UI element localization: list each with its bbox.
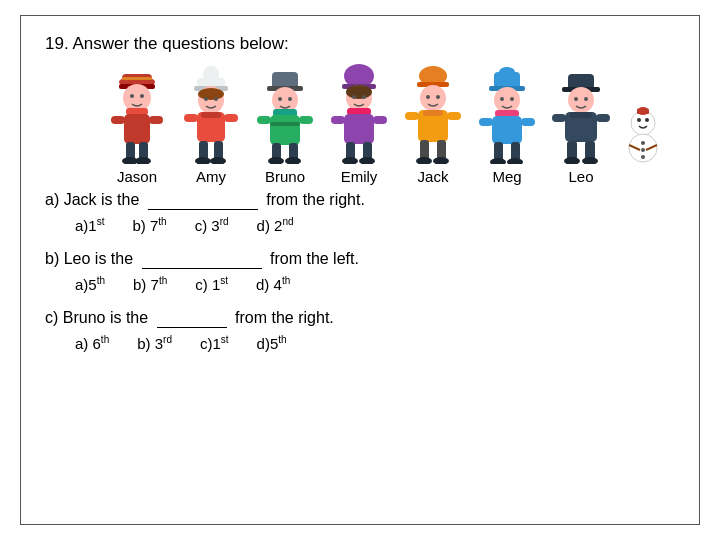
svg-point-47 <box>346 85 372 99</box>
svg-rect-55 <box>373 116 387 124</box>
svg-point-105 <box>641 148 645 152</box>
question-c-text-before: Bruno is the <box>63 309 148 326</box>
svg-rect-34 <box>270 115 300 145</box>
svg-point-28 <box>204 97 208 101</box>
svg-point-56 <box>352 95 356 99</box>
svg-rect-63 <box>420 140 429 160</box>
svg-point-25 <box>210 157 226 164</box>
svg-rect-48 <box>347 108 371 115</box>
option-c4: d)5th <box>257 334 287 352</box>
question-b-options: a)5th b) 7th c) 1st d) 4th <box>45 275 675 293</box>
svg-rect-41 <box>299 116 313 124</box>
char-label-meg: Meg <box>492 168 521 185</box>
svg-point-84 <box>510 97 514 101</box>
question-a-label: a) <box>45 191 59 208</box>
svg-point-65 <box>416 157 432 164</box>
question-a-text-before: Jack is the <box>64 191 140 208</box>
svg-point-60 <box>420 85 446 111</box>
option-a1: a)1st <box>75 216 104 234</box>
svg-rect-4 <box>126 108 148 115</box>
svg-rect-76 <box>492 116 522 144</box>
svg-rect-81 <box>479 118 493 126</box>
svg-rect-14 <box>122 77 152 80</box>
svg-rect-27 <box>224 114 238 122</box>
svg-point-74 <box>494 87 520 113</box>
svg-point-79 <box>490 158 506 164</box>
option-b4: d) 4th <box>256 275 290 293</box>
svg-rect-35 <box>270 122 300 126</box>
char-label-jack: Jack <box>418 168 449 185</box>
question-c-text: c) Bruno is the from the right. <box>45 309 675 328</box>
question-b-blank <box>142 250 262 269</box>
character-emily: Emily <box>322 64 396 185</box>
question-a-text: a) Jack is the from the right. <box>45 191 675 210</box>
svg-point-87 <box>568 87 594 113</box>
svg-point-97 <box>584 97 588 101</box>
char-label-bruno: Bruno <box>265 168 305 185</box>
svg-rect-64 <box>437 140 446 160</box>
svg-rect-95 <box>596 114 610 122</box>
char-label-leo: Leo <box>568 168 593 185</box>
character-amy: Amy <box>174 64 248 185</box>
svg-point-13 <box>140 94 144 98</box>
character-jack: Jack <box>396 64 470 185</box>
question-c-options: a) 6th b) 3rd c)1st d)5th <box>45 334 675 352</box>
svg-point-83 <box>500 97 504 101</box>
svg-rect-89 <box>570 112 592 118</box>
svg-rect-5 <box>124 114 150 144</box>
svg-point-70 <box>436 95 440 99</box>
svg-rect-62 <box>423 110 443 116</box>
question-a-blank <box>148 191 258 210</box>
svg-point-92 <box>564 157 580 164</box>
question-b-text-before: Leo is the <box>64 250 133 267</box>
svg-point-100 <box>637 118 641 122</box>
svg-point-93 <box>582 157 598 164</box>
svg-point-42 <box>278 97 282 101</box>
question-b-after: from the left. <box>270 250 359 267</box>
svg-point-12 <box>130 94 134 98</box>
option-c3: c)1st <box>200 334 229 352</box>
option-b3: c) 1st <box>195 275 228 293</box>
svg-point-53 <box>359 157 375 164</box>
svg-rect-21 <box>201 112 221 118</box>
svg-rect-11 <box>149 116 163 124</box>
snowman-decoration <box>618 103 668 185</box>
svg-rect-75 <box>495 110 519 117</box>
svg-rect-82 <box>521 118 535 126</box>
svg-point-69 <box>426 95 430 99</box>
svg-rect-49 <box>344 114 374 144</box>
option-a4: d) 2nd <box>257 216 294 234</box>
option-c2: b) 3rd <box>137 334 172 352</box>
svg-point-101 <box>645 118 649 122</box>
svg-point-80 <box>507 158 523 164</box>
question-a: a) Jack is the from the right. a)1st b) … <box>45 191 675 234</box>
svg-rect-40 <box>257 116 271 124</box>
char-label-jason: Jason <box>117 168 157 185</box>
character-jason: Jason <box>100 64 174 185</box>
question-c-after: from the right. <box>235 309 334 326</box>
svg-rect-10 <box>111 116 125 124</box>
option-c1: a) 6th <box>75 334 109 352</box>
svg-point-38 <box>268 157 284 164</box>
svg-point-9 <box>135 157 151 164</box>
svg-rect-54 <box>331 116 345 124</box>
character-bruno: Bruno <box>248 64 322 185</box>
character-meg: Meg <box>470 64 544 185</box>
question-b-text: b) Leo is the from the left. <box>45 250 675 269</box>
option-a2: b) 7th <box>132 216 166 234</box>
svg-rect-103 <box>637 109 649 114</box>
svg-point-24 <box>195 157 211 164</box>
option-a3: c) 3rd <box>195 216 229 234</box>
option-b1: a)5th <box>75 275 105 293</box>
svg-point-57 <box>362 95 366 99</box>
svg-point-29 <box>214 97 218 101</box>
svg-rect-68 <box>447 112 461 120</box>
char-label-emily: Emily <box>341 168 378 185</box>
svg-point-104 <box>641 141 645 145</box>
svg-point-106 <box>641 155 645 159</box>
question-c-label: c) <box>45 309 58 326</box>
svg-point-3 <box>123 84 151 112</box>
svg-point-96 <box>574 97 578 101</box>
svg-point-66 <box>433 157 449 164</box>
svg-rect-26 <box>184 114 198 122</box>
